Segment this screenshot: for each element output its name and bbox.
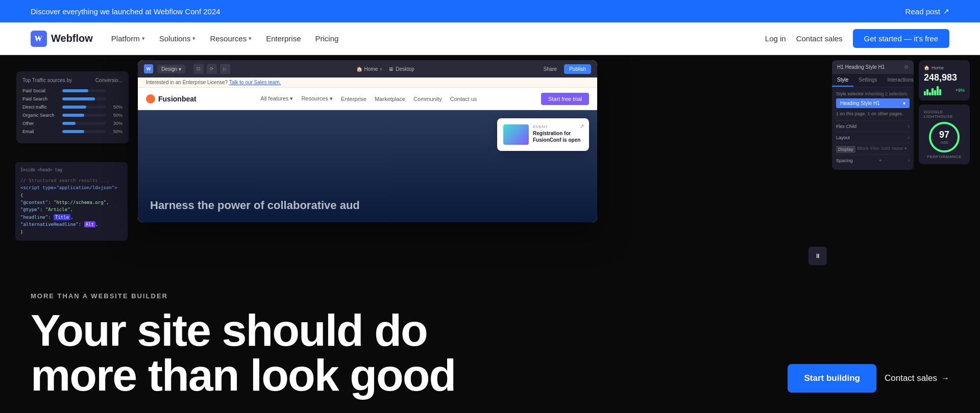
get-started-button[interactable]: Get started — it's free [853, 29, 949, 48]
nav-platform[interactable]: Platform ▾ [111, 34, 145, 43]
nav-solutions[interactable]: Solutions ▾ [159, 34, 196, 43]
hero-section: Top Traffic sources by Conversio... Paid… [0, 55, 980, 413]
announcement-bar: Discover everything we launched at Webfl… [0, 0, 980, 22]
design-mode-selector[interactable]: Design ▾ [157, 65, 185, 73]
nav-right: Log in Contact sales Get started — it's … [765, 29, 949, 48]
toolbar-icons: ⊡ ⟳ ▷ [193, 64, 230, 74]
inner-nav-marketplace[interactable]: Marketplace [375, 96, 405, 102]
nav-enterprise[interactable]: Enterprise [266, 34, 301, 43]
style-info: 1 on this page, 1 on other pages. [836, 111, 910, 116]
nav-resources[interactable]: Resources ▾ [210, 34, 252, 43]
toolbar-icon-1[interactable]: ⊡ [193, 64, 204, 74]
editor-content-text: Harness the power of collaborative aud [150, 199, 360, 212]
style-panel-tabs: Style Settings Interactions [832, 74, 914, 87]
read-post-link[interactable]: Read post ↗ [905, 7, 949, 16]
webflow-editor-logo: W [144, 64, 153, 73]
inner-nav-contact[interactable]: Contact us [450, 96, 477, 102]
style-selector-label: Style selector Inheriting 2 selectors [836, 91, 910, 96]
traffic-panel: Top Traffic sources by Conversio... Paid… [16, 71, 129, 143]
start-free-trial-button[interactable]: Start free trial [541, 93, 589, 105]
traffic-row: Paid Social [22, 88, 122, 93]
style-tab-interactions[interactable]: Interactions [882, 74, 914, 87]
webflow-logo-icon [31, 31, 47, 47]
analytics-number: 248,983 [924, 72, 965, 83]
editor-toolbar: W Design ▾ ⊡ ⟳ ▷ 🏠 Home ▾ 🖥 Desktop [138, 60, 597, 78]
lighthouse-score: 97 /100 [924, 122, 965, 152]
contact-sales-arrow: → [941, 374, 949, 383]
event-tag: EVENT [533, 124, 583, 129]
style-panel-title: H1 Heading Style H1 [837, 64, 885, 70]
hero-title: Your site should do more than look good [31, 308, 490, 398]
contact-sales-hero-link[interactable]: Contact sales → [885, 373, 949, 383]
event-popup: ↗ EVENT Registration for FusionConf is o… [497, 118, 589, 151]
layout-section[interactable]: Layout › [836, 132, 910, 143]
arrow-icon: ↗ [943, 7, 949, 15]
event-thumbnail [503, 124, 529, 145]
editor-content: Harness the power of collaborative aud ↗… [138, 110, 597, 222]
logo[interactable]: Webflow [31, 31, 93, 47]
nav-left: Webflow Platform ▾ Solutions ▾ Resources… [31, 31, 338, 47]
lighthouse-performance-label: PERFORMANCE [924, 154, 965, 159]
toolbar-right: Share Publish [541, 64, 592, 74]
inner-nav-all-features[interactable]: All features ▾ [260, 95, 293, 102]
inner-nav: Fusionbeat All features ▾ Resources ▾ En… [138, 88, 597, 110]
nav-pricing[interactable]: Pricing [315, 34, 339, 43]
editor-window: W Design ▾ ⊡ ⟳ ▷ 🏠 Home ▾ 🖥 Desktop [138, 60, 597, 222]
style-panel: H1 Heading Style H1 ⚙ Style Settings Int… [832, 60, 914, 170]
code-panel: Inside <head> tag // Structured search r… [15, 162, 128, 241]
hero-subtitle: More than a website builder [31, 292, 949, 300]
style-tab-settings[interactable]: Settings [853, 74, 882, 87]
analytics-chart [924, 85, 941, 95]
toolbar-icon-2[interactable]: ⟳ [207, 64, 217, 74]
traffic-row: Other 30% [22, 121, 122, 126]
webflow-logo-text: Webflow [51, 33, 93, 44]
traffic-row: Email 50% [22, 129, 122, 134]
event-title: Registration for FusionConf is open [533, 130, 583, 143]
toolbar-center: 🏠 Home ▾ 🖥 Desktop [234, 66, 536, 72]
lighthouse-label: GOOGLE LIGHTHOUSE [924, 110, 965, 119]
traffic-row: Paid Search [22, 96, 122, 101]
fusionbeat-logo: Fusionbeat [146, 94, 197, 104]
main-nav: Webflow Platform ▾ Solutions ▾ Resources… [0, 22, 980, 55]
pause-button[interactable]: ⏸ [808, 247, 827, 265]
expand-icon[interactable]: ↗ [580, 123, 584, 129]
traffic-row: Direct traffic 50% [22, 105, 122, 110]
traffic-header: Top Traffic sources by Conversio... [22, 78, 122, 83]
analytics-home-card: 🏠 Home 248,983 +9% [919, 60, 970, 100]
start-building-button[interactable]: Start building [788, 364, 876, 393]
analytics-panel: 🏠 Home 248,983 +9% GOOGLE LIGHTHOUSE [919, 60, 970, 164]
analytics-change: +9% [955, 88, 965, 93]
analytics-change-row: +9% [924, 85, 965, 95]
flex-child-section[interactable]: Flex Child › [836, 120, 910, 132]
announcement-text: Discover everything we launched at Webfl… [31, 7, 220, 16]
hero-cta: Start building Contact sales → [788, 364, 949, 393]
inner-nav-community[interactable]: Community [413, 96, 442, 102]
inner-nav-resources[interactable]: Resources ▾ [301, 95, 333, 102]
share-button[interactable]: Share [541, 65, 560, 73]
inner-nav-links: All features ▾ Resources ▾ Enterprise Ma… [207, 95, 531, 102]
layout-options: Display Block Flex Grid None ▾ [836, 143, 910, 154]
style-panel-close[interactable]: ⚙ [904, 64, 909, 70]
style-panel-header: H1 Heading Style H1 ⚙ [832, 60, 914, 74]
sales-team-link[interactable]: Talk to our Sales team. [229, 80, 281, 85]
spacing-section[interactable]: Spacing + › [836, 154, 910, 166]
publish-button[interactable]: Publish [564, 64, 591, 74]
toolbar-icon-3[interactable]: ▷ [220, 64, 230, 74]
traffic-rows: Paid Social Paid Search Direct traffic 5… [22, 88, 122, 134]
inner-nav-enterprise[interactable]: Enterprise [341, 96, 366, 102]
style-tab-style[interactable]: Style [832, 74, 853, 87]
traffic-row: Organic Search 50% [22, 113, 122, 118]
contact-sales-nav-button[interactable]: Contact sales [796, 34, 843, 43]
login-button[interactable]: Log in [765, 34, 786, 43]
event-info: EVENT Registration for FusionConf is ope… [533, 124, 583, 143]
toolbar-device[interactable]: 🖥 Desktop [388, 66, 414, 72]
enterprise-banner: Interested in an Enterprise License? Tal… [138, 78, 597, 88]
toolbar-page[interactable]: 🏠 Home ▾ [356, 66, 383, 72]
lighthouse-card: GOOGLE LIGHTHOUSE 97 /100 PERFORMANCE [919, 105, 970, 164]
nav-links: Platform ▾ Solutions ▾ Resources ▾ Enter… [111, 34, 339, 43]
analytics-home-label: 🏠 Home [924, 65, 965, 70]
style-panel-content: Style selector Inheriting 2 selectors He… [832, 87, 914, 170]
lighthouse-circle: 97 /100 [929, 122, 960, 152]
style-selector[interactable]: Heading Style H1 ▾ [836, 98, 910, 108]
